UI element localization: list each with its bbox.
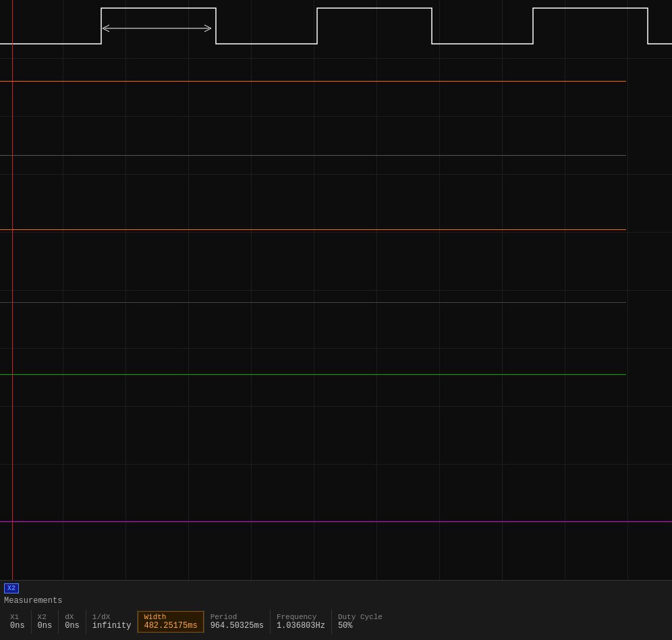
- status-bar: X2 Measurements X10nsX20nsdX0ns1/dXinfin…: [0, 580, 672, 640]
- signal-gray-1: [0, 155, 626, 156]
- grid-v-line: [565, 0, 565, 580]
- grid-h-line: [0, 522, 672, 523]
- grid-v-line: [251, 0, 252, 580]
- measurement-value: infinity: [92, 621, 132, 631]
- grid-v-line: [188, 0, 189, 580]
- measurement-header: X2: [38, 613, 47, 621]
- measurement-col-1-dx: 1/dXinfinity: [86, 611, 138, 633]
- signal-orange-bottom: [0, 229, 626, 230]
- measurement-col-x2: X20ns: [32, 611, 59, 633]
- measurement-col-width: Width482.25175ms: [138, 611, 203, 633]
- signal-gray-2: [0, 302, 626, 303]
- grid-h-line: [0, 116, 672, 117]
- measurement-col-dx: dX0ns: [59, 611, 86, 633]
- signal-magenta: [0, 521, 672, 522]
- grid-h-line: [0, 232, 672, 233]
- measurement-col-duty-cycle: Duty Cycle50%: [332, 611, 389, 633]
- waveform-area: [0, 0, 672, 580]
- oscilloscope-grid: [0, 0, 672, 580]
- grid-v-line: [125, 0, 126, 580]
- grid-h-line: [0, 174, 672, 175]
- measurement-header: X1: [10, 613, 19, 621]
- measurement-value: 482.25175ms: [144, 621, 197, 631]
- measurement-col-x1: X10ns: [4, 611, 31, 633]
- measurements-row: X10nsX20nsdX0ns1/dXinfinityWidth482.2517…: [4, 610, 668, 634]
- signal-orange-top: [0, 81, 626, 82]
- grid-h-line: [0, 348, 672, 349]
- x2-indicator: X2: [4, 583, 668, 593]
- measurement-header: Duty Cycle: [338, 613, 383, 621]
- measurement-header: 1/dX: [92, 613, 110, 621]
- grid-v-line: [502, 0, 503, 580]
- grid-v-line: [376, 0, 377, 580]
- measurement-value: 0ns: [10, 621, 25, 631]
- oscilloscope: X2 Measurements X10nsX20nsdX0ns1/dXinfin…: [0, 0, 672, 640]
- measurement-col-frequency: Frequency1.036803Hz: [271, 611, 331, 633]
- measurement-arrow: [101, 24, 213, 33]
- measurement-value: 50%: [338, 621, 353, 631]
- signal-green: [0, 374, 626, 375]
- grid-v-line: [627, 0, 628, 580]
- measurement-value: 0ns: [65, 621, 80, 631]
- cursor-vertical[interactable]: [12, 0, 13, 580]
- measurement-header: Period: [211, 613, 237, 621]
- grid-v-line: [63, 0, 63, 580]
- measurement-value: 1.036803Hz: [277, 621, 325, 631]
- measurement-header: Frequency: [277, 613, 316, 621]
- measurement-value: 0ns: [38, 621, 53, 631]
- x2-badge: X2: [4, 583, 19, 593]
- grid-h-line: [0, 290, 672, 291]
- measurement-header: dX: [65, 613, 74, 621]
- grid-v-line: [439, 0, 440, 580]
- grid-h-line: [0, 406, 672, 407]
- grid-h-line: [0, 464, 672, 465]
- grid-v-line: [314, 0, 314, 580]
- measurement-value: 964.50325ms: [211, 621, 264, 631]
- measurement-header: Width: [144, 613, 166, 621]
- measurements-label: Measurements: [4, 596, 668, 606]
- measurement-col-period: Period964.50325ms: [204, 611, 270, 633]
